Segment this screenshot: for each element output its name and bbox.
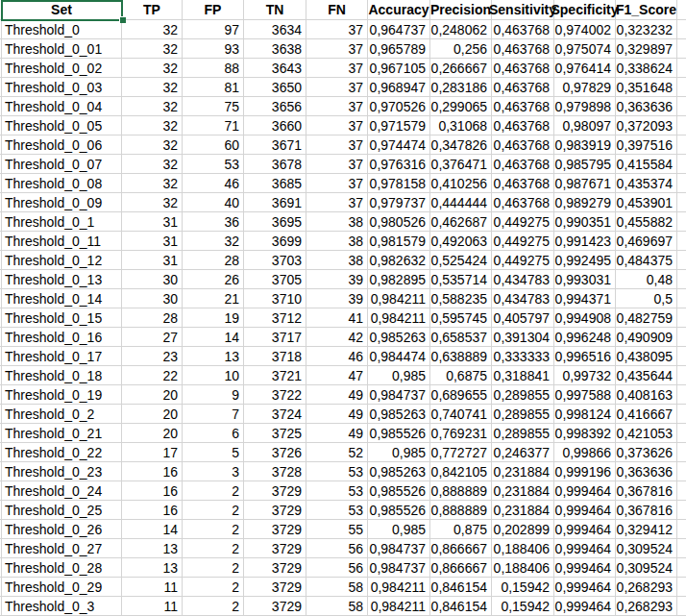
cell-r17-tn[interactable]: 3712: [244, 308, 306, 328]
cell-r19-specificity[interactable]: 0,996516: [554, 347, 616, 366]
cell-r21-set[interactable]: Threshold_0_19: [2, 385, 122, 405]
cell-r21-accuracy[interactable]: 0,984737: [368, 385, 430, 405]
next-column-edge[interactable]: [677, 481, 686, 501]
cell-r30-tn[interactable]: 3729: [244, 558, 306, 578]
column-header-tp[interactable]: TP: [122, 0, 183, 20]
cell-r22-tp[interactable]: 20: [122, 405, 183, 424]
cell-r9-tp[interactable]: 32: [122, 155, 183, 174]
cell-r3-accuracy[interactable]: 0,965789: [368, 39, 430, 59]
cell-r27-set[interactable]: Threshold_0_25: [2, 501, 122, 520]
cell-r23-f1_score[interactable]: 0,421053: [616, 424, 677, 443]
cell-r23-specificity[interactable]: 0,998392: [554, 424, 616, 443]
cell-r19-f1_score[interactable]: 0,438095: [616, 347, 677, 366]
cell-r2-f1_score[interactable]: 0,323232: [616, 20, 677, 39]
next-column-edge[interactable]: [677, 539, 686, 558]
cell-r3-set[interactable]: Threshold_0_01: [2, 39, 122, 59]
cell-r21-sensitivity[interactable]: 0,289855: [492, 385, 554, 405]
cell-r23-accuracy[interactable]: 0,985526: [368, 424, 430, 443]
cell-r32-specificity[interactable]: 0,999464: [554, 597, 616, 616]
cell-r25-tn[interactable]: 3728: [244, 462, 306, 481]
cell-r30-set[interactable]: Threshold_0_28: [2, 558, 122, 578]
cell-r32-fp[interactable]: 2: [183, 597, 244, 616]
cell-r15-accuracy[interactable]: 0,982895: [368, 270, 430, 289]
column-header-fn[interactable]: FN: [306, 0, 368, 20]
cell-r2-fp[interactable]: 97: [183, 20, 244, 39]
cell-r18-fp[interactable]: 14: [183, 328, 244, 347]
cell-r23-tn[interactable]: 3725: [244, 424, 306, 443]
cell-r29-sensitivity[interactable]: 0,188406: [492, 539, 554, 558]
cell-r28-tn[interactable]: 3729: [244, 520, 306, 539]
cell-r11-sensitivity[interactable]: 0,463768: [492, 193, 554, 212]
cell-r24-tp[interactable]: 17: [122, 443, 183, 462]
cell-r4-tp[interactable]: 32: [122, 59, 183, 78]
cell-r16-tp[interactable]: 30: [122, 289, 183, 308]
cell-r12-tp[interactable]: 31: [122, 212, 183, 232]
cell-r11-fp[interactable]: 40: [183, 193, 244, 212]
cell-r29-tp[interactable]: 13: [122, 539, 183, 558]
cell-r32-f1_score[interactable]: 0,268293: [616, 597, 677, 616]
next-column-edge[interactable]: [677, 328, 686, 347]
cell-r17-tp[interactable]: 28: [122, 308, 183, 328]
cell-r16-fp[interactable]: 21: [183, 289, 244, 308]
cell-r15-tp[interactable]: 30: [122, 270, 183, 289]
cell-r3-f1_score[interactable]: 0,329897: [616, 39, 677, 59]
cell-r13-fn[interactable]: 38: [306, 232, 368, 251]
cell-r18-fn[interactable]: 42: [306, 328, 368, 347]
cell-r5-sensitivity[interactable]: 0,463768: [492, 78, 554, 97]
cell-r4-fp[interactable]: 88: [183, 59, 244, 78]
cell-r5-precision[interactable]: 0,283186: [430, 78, 492, 97]
next-column-edge[interactable]: [677, 116, 686, 136]
cell-r20-precision[interactable]: 0,6875: [430, 366, 492, 385]
next-column-edge[interactable]: [677, 578, 686, 597]
cell-r28-tp[interactable]: 14: [122, 520, 183, 539]
cell-r20-set[interactable]: Threshold_0_18: [2, 366, 122, 385]
cell-r32-set[interactable]: Threshold_0_3: [2, 597, 122, 616]
next-column-edge[interactable]: [677, 385, 686, 405]
cell-r30-accuracy[interactable]: 0,984737: [368, 558, 430, 578]
cell-r24-sensitivity[interactable]: 0,246377: [492, 443, 554, 462]
cell-r27-sensitivity[interactable]: 0,231884: [492, 501, 554, 520]
cell-r9-sensitivity[interactable]: 0,463768: [492, 155, 554, 174]
cell-r16-specificity[interactable]: 0,994371: [554, 289, 616, 308]
cell-r8-sensitivity[interactable]: 0,463768: [492, 136, 554, 155]
cell-r15-fn[interactable]: 39: [306, 270, 368, 289]
cell-r22-set[interactable]: Threshold_0_2: [2, 405, 122, 424]
cell-r26-tn[interactable]: 3729: [244, 481, 306, 501]
cell-r6-sensitivity[interactable]: 0,463768: [492, 97, 554, 116]
cell-r12-sensitivity[interactable]: 0,449275: [492, 212, 554, 232]
cell-r3-tn[interactable]: 3638: [244, 39, 306, 59]
next-column-edge[interactable]: [677, 78, 686, 97]
cell-r2-specificity[interactable]: 0,974002: [554, 20, 616, 39]
cell-r11-tn[interactable]: 3691: [244, 193, 306, 212]
cell-r22-accuracy[interactable]: 0,985263: [368, 405, 430, 424]
cell-r15-tn[interactable]: 3705: [244, 270, 306, 289]
cell-r2-set[interactable]: Threshold_0: [2, 20, 122, 39]
cell-r18-f1_score[interactable]: 0,490909: [616, 328, 677, 347]
next-column-edge[interactable]: [677, 347, 686, 366]
cell-r30-tp[interactable]: 13: [122, 558, 183, 578]
cell-r23-tp[interactable]: 20: [122, 424, 183, 443]
cell-r6-precision[interactable]: 0,299065: [430, 97, 492, 116]
cell-r17-fn[interactable]: 41: [306, 308, 368, 328]
cell-r31-fn[interactable]: 58: [306, 578, 368, 597]
cell-r8-accuracy[interactable]: 0,974474: [368, 136, 430, 155]
next-column-edge[interactable]: [677, 0, 686, 20]
cell-r26-fn[interactable]: 53: [306, 481, 368, 501]
cell-r24-precision[interactable]: 0,772727: [430, 443, 492, 462]
cell-r16-f1_score[interactable]: 0,5: [616, 289, 677, 308]
cell-r22-specificity[interactable]: 0,998124: [554, 405, 616, 424]
cell-r21-tn[interactable]: 3722: [244, 385, 306, 405]
cell-r10-fp[interactable]: 46: [183, 174, 244, 193]
cell-r17-fp[interactable]: 19: [183, 308, 244, 328]
next-column-edge[interactable]: [677, 136, 686, 155]
cell-r9-specificity[interactable]: 0,985795: [554, 155, 616, 174]
next-column-edge[interactable]: [677, 20, 686, 39]
next-column-edge[interactable]: [677, 155, 686, 174]
cell-r27-accuracy[interactable]: 0,985526: [368, 501, 430, 520]
cell-r7-set[interactable]: Threshold_0_05: [2, 116, 122, 136]
cell-r9-accuracy[interactable]: 0,976316: [368, 155, 430, 174]
cell-r23-fp[interactable]: 6: [183, 424, 244, 443]
cell-r8-specificity[interactable]: 0,983919: [554, 136, 616, 155]
cell-r6-fn[interactable]: 37: [306, 97, 368, 116]
cell-r24-specificity[interactable]: 0,99866: [554, 443, 616, 462]
